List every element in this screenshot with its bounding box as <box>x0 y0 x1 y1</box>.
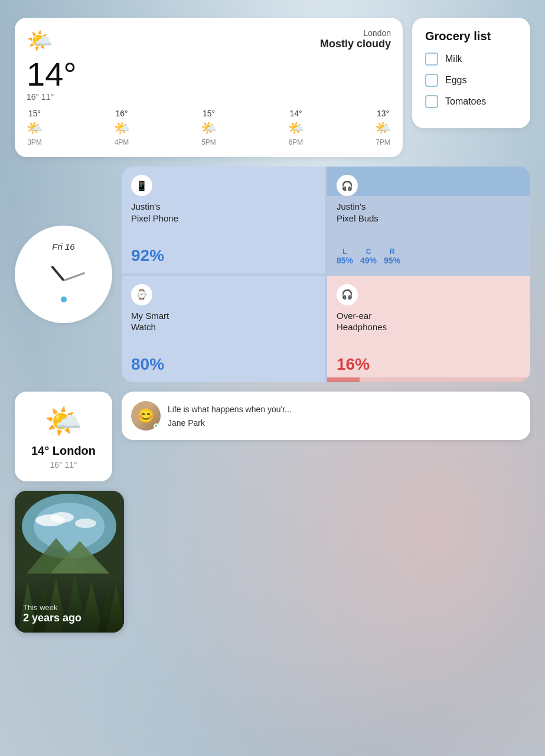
pixel-buds-name: Justin'sPixel Buds <box>337 201 521 224</box>
weather-icon: 🌤️ <box>27 28 53 53</box>
weather-small-icon: 🌤️ <box>44 403 83 439</box>
weather-temp: 14° <box>27 58 391 91</box>
smartwatch-icon: ⌚ <box>131 284 152 305</box>
grocery-item-tomatoes[interactable]: Tomatoes <box>425 95 517 108</box>
clock-date: Fri 16 <box>52 242 74 252</box>
pixel-phone-battery: 92% <box>131 246 315 265</box>
grocery-widget[interactable]: Grocery list Milk Eggs Tomatoes <box>412 18 530 128</box>
devices-grid: 📱 Justin'sPixel Phone 92% 🎧 Justin'sPixe… <box>122 167 530 382</box>
message-text: Life is what happens when you'r... <box>168 404 521 416</box>
smartwatch-battery: 80% <box>131 355 315 374</box>
headphones-icon: 🎧 <box>337 284 358 305</box>
device-card-smartwatch[interactable]: ⌚ My SmartWatch 80% <box>122 276 325 383</box>
smartwatch-name: My SmartWatch <box>131 310 315 333</box>
bud-right: R 95% <box>384 247 400 265</box>
grocery-item-milk[interactable]: Milk <box>425 53 517 66</box>
clock-minute-hand <box>63 272 85 282</box>
weather-widget[interactable]: 🌤️ London Mostly cloudy 14° 16° 11° 15° … <box>15 18 403 157</box>
weather-small-temp: 14° London <box>31 444 96 458</box>
forecast-item-2: 16° 🌤️ 4PM <box>114 109 130 146</box>
forecast-item-5: 13° 🌤️ 7PM <box>375 109 391 146</box>
headphones-name: Over-earHeadphones <box>337 310 521 333</box>
headphones-battery: 16% <box>337 355 521 374</box>
device-card-headphones[interactable]: 🎧 Over-earHeadphones 16% <box>327 276 530 383</box>
weather-small-widget[interactable]: 🌤️ 14° London 16° 11° <box>15 392 112 481</box>
device-card-pixel-phone[interactable]: 📱 Justin'sPixel Phone 92% <box>122 167 325 273</box>
clock-face <box>37 254 90 307</box>
message-sender: Jane Park <box>168 418 521 428</box>
pixel-phone-name: Justin'sPixel Phone <box>131 201 315 224</box>
device-card-pixel-buds[interactable]: 🎧 Justin'sPixel Buds L 85% C 49% R 95% <box>327 167 530 273</box>
message-content: Life is what happens when you'r... Jane … <box>168 404 521 428</box>
photo-memory-widget[interactable]: This week 2 years ago <box>15 491 124 633</box>
online-indicator <box>154 423 159 429</box>
clock-hour-hand <box>50 265 64 281</box>
grocery-label-tomatoes: Tomatoes <box>445 96 486 107</box>
weather-small-hilo: 16° 11° <box>50 460 77 470</box>
forecast-item-4: 14° 🌤️ 6PM <box>288 109 304 146</box>
clock-second-dot <box>61 296 67 302</box>
bud-case: C 49% <box>360 247 377 265</box>
grocery-checkbox-milk[interactable] <box>425 53 438 66</box>
weather-condition: Mostly cloudy <box>320 38 391 50</box>
memory-period: This week <box>23 603 81 612</box>
photo-caption: This week 2 years ago <box>23 603 81 624</box>
grocery-title: Grocery list <box>425 30 517 43</box>
forecast-item-1: 15° 🌤️ 3PM <box>27 109 43 146</box>
grocery-label-eggs: Eggs <box>445 75 466 86</box>
weather-hilo: 16° 11° <box>27 92 391 102</box>
weather-city: London <box>320 28 391 38</box>
message-widget[interactable]: 😊 Life is what happens when you'r... Jan… <box>122 392 530 440</box>
grocery-label-milk: Milk <box>445 54 462 64</box>
bud-left: L 85% <box>337 247 353 265</box>
grocery-checkbox-tomatoes[interactable] <box>425 95 438 108</box>
pixel-buds-icon: 🎧 <box>337 175 358 196</box>
grocery-checkbox-eggs[interactable] <box>425 74 438 87</box>
pixel-phone-icon: 📱 <box>131 175 152 196</box>
buds-levels: L 85% C 49% R 95% <box>337 247 521 265</box>
message-avatar: 😊 <box>131 401 161 431</box>
weather-forecast: 15° 🌤️ 3PM 16° 🌤️ 4PM 15° 🌤️ 5PM 14° 🌤️ <box>27 109 391 146</box>
grocery-item-eggs[interactable]: Eggs <box>425 74 517 87</box>
clock-widget[interactable]: Fri 16 <box>15 226 112 323</box>
memory-timeago: 2 years ago <box>23 612 81 624</box>
forecast-item-3: 15° 🌤️ 5PM <box>201 109 217 146</box>
